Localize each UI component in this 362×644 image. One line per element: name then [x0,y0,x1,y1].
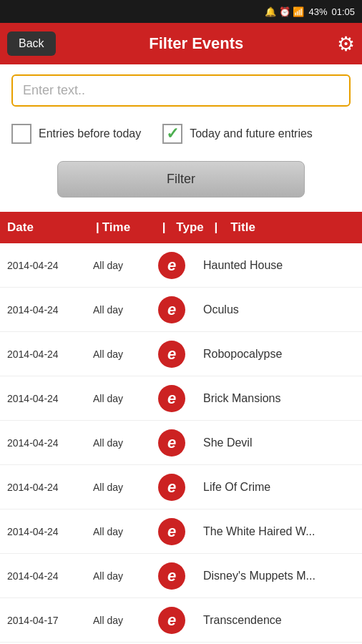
status-time: 01:05 [331,6,355,17]
row-type: e [150,429,193,457]
col-sep-2: | [162,220,166,235]
col-title-header: Title [220,220,355,235]
row-time: All day [93,393,150,404]
row-title: Robopocalypse [193,348,355,361]
status-icons: 🔔 ⏰ 📶 [265,6,304,17]
row-title: Haunted House [193,259,355,272]
type-event-icon: e [158,252,185,279]
row-type: e [150,385,193,412]
row-date: 2014-04-17 [7,615,93,626]
row-time: All day [93,260,150,271]
table-row[interactable]: 2014-04-24 All day e Life Of Crime [0,465,362,509]
page-title: Filter Events [56,34,337,53]
row-title: Transcendence [193,614,355,627]
row-date: 2014-04-24 [7,304,93,316]
type-event-icon: e [158,429,185,457]
row-date: 2014-04-24 [7,348,93,360]
type-event-icon: e [158,296,185,323]
row-type: e [150,474,193,501]
row-date: 2014-04-24 [7,570,93,582]
table-row[interactable]: 2014-04-24 All day e Brick Mansions [0,376,362,421]
row-date: 2014-04-24 [7,482,93,493]
row-type: e [150,296,193,323]
header: Back Filter Events ⚙ [0,23,362,64]
type-event-icon: e [158,385,185,412]
gear-icon: ⚙ [337,33,355,55]
table-header: Date | Time | Type | Title [0,212,362,243]
col-time-header: Time [102,220,160,235]
status-bar: 🔔 ⏰ 📶 43% 01:05 [0,0,362,23]
battery-level: 43% [308,6,327,17]
type-event-icon: e [158,518,185,545]
entries-before-today-label: Entries before today [39,127,141,140]
row-title: Disney's Muppets M... [193,570,355,582]
type-event-icon: e [158,607,185,634]
table-row[interactable]: 2014-04-24 All day e Haunted House [0,243,362,288]
row-title: Brick Mansions [193,392,355,405]
row-date: 2014-04-24 [7,437,93,449]
row-date: 2014-04-24 [7,526,93,537]
row-title: The White Haired W... [193,525,355,538]
table-row[interactable]: 2014-04-24 All day e She Devil [0,421,362,465]
row-time: All day [93,437,150,449]
row-time: All day [93,482,150,493]
checkmark-icon: ✓ [166,125,179,143]
row-type: e [150,607,193,634]
type-event-icon: e [158,474,185,501]
row-time: All day [93,570,150,582]
row-title: Life Of Crime [193,481,355,494]
row-type: e [150,341,193,368]
table-row[interactable]: 2014-04-24 All day e Oculus [0,288,362,332]
settings-button[interactable]: ⚙ [337,32,355,56]
row-time: All day [93,526,150,537]
col-sep-3: | [215,220,218,235]
row-time: All day [93,304,150,316]
row-date: 2014-04-24 [7,260,93,271]
table-body: 2014-04-24 All day e Haunted House 2014-… [0,243,362,644]
row-type: e [150,252,193,279]
row-type: e [150,518,193,545]
filter-button[interactable]: Filter [57,161,305,197]
table-row[interactable]: 2014-04-24 All day e The White Haired W.… [0,509,362,554]
filter-btn-area: Filter [0,154,362,212]
col-sep-1: | [96,220,99,235]
entries-before-today-group: Entries before today [11,124,141,144]
entries-before-today-checkbox[interactable] [11,124,31,144]
back-button[interactable]: Back [7,31,56,56]
today-future-entries-checkbox[interactable]: ✓ [162,124,182,144]
table-row[interactable]: 2014-04-17 All day e Transcendence [0,598,362,643]
table-row[interactable]: 2014-04-24 All day e Disney's Muppets M.… [0,554,362,598]
col-date-header: Date [7,220,93,235]
row-time: All day [93,348,150,360]
type-event-icon: e [158,341,185,368]
col-type-header: Type [169,220,212,235]
type-event-icon: e [158,562,185,590]
today-future-entries-label: Today and future entries [190,127,313,140]
row-type: e [150,562,193,590]
today-future-entries-group: ✓ Today and future entries [162,124,313,144]
search-area [0,64,362,117]
filter-options: Entries before today ✓ Today and future … [0,117,362,154]
row-title: Oculus [193,303,355,316]
row-time: All day [93,615,150,626]
search-input[interactable] [11,74,351,107]
row-date: 2014-04-24 [7,393,93,404]
table-row[interactable]: 2014-04-24 All day e Robopocalypse [0,332,362,376]
row-title: She Devil [193,436,355,449]
